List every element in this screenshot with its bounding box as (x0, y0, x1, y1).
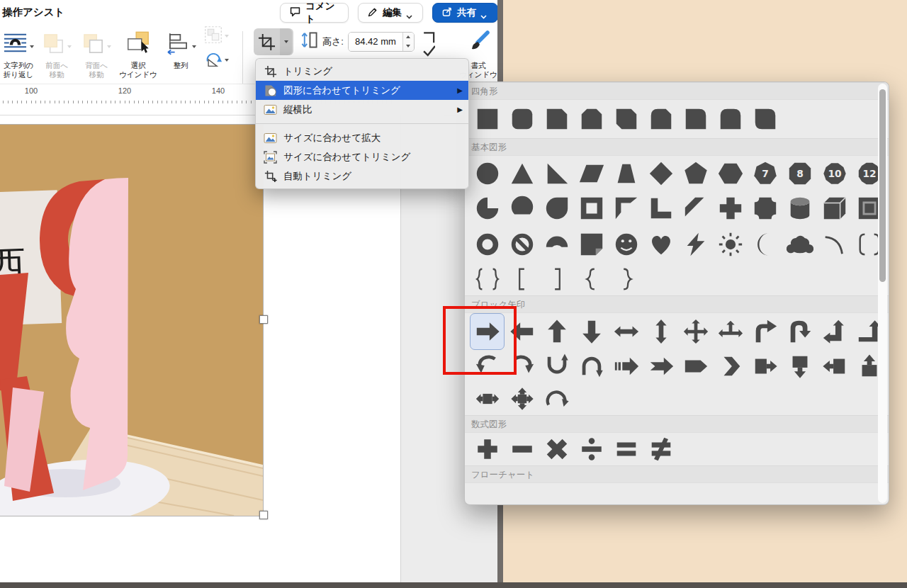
shape-teardrop[interactable] (539, 191, 574, 225)
shape-quad-arrow-callout[interactable] (505, 383, 539, 415)
selection-pane-button[interactable]: 選択 ウインドウ (118, 27, 159, 79)
shape-chevron-arrow[interactable] (713, 350, 748, 383)
shape-curved-down-arrow[interactable] (574, 350, 609, 383)
shape-block-arc[interactable] (539, 225, 574, 263)
scrollbar-thumb[interactable] (879, 89, 886, 282)
shape-snip-single-corner-rectangle[interactable] (539, 100, 574, 138)
shape-down-arrow-callout[interactable] (782, 350, 817, 383)
shape-round-diagonal-corner-rectangle[interactable] (748, 100, 782, 138)
shape-right-brace[interactable] (609, 263, 643, 295)
shape-arc[interactable] (817, 225, 852, 263)
shape-round-same-side-corner-rectangle[interactable] (713, 100, 748, 138)
shape-cross[interactable] (713, 191, 748, 225)
shape-math-not-equal[interactable] (643, 433, 678, 465)
crop-menu-item-1[interactable]: 図形に合わせてトリミング▶ (256, 81, 468, 100)
shape-snip-and-round-single-corner-rectangle[interactable] (643, 100, 678, 138)
shape-oval[interactable] (470, 156, 505, 191)
edit-button[interactable]: 編集 (358, 3, 423, 23)
shape-left-arrow-callout[interactable] (817, 350, 852, 383)
height-stepper[interactable] (402, 33, 414, 51)
resize-handle-right[interactable] (259, 315, 268, 324)
rotate-button[interactable] (204, 51, 238, 69)
shape-math-equal[interactable] (609, 433, 643, 465)
comment-button[interactable]: コメント (280, 3, 349, 23)
shape-math-plus[interactable] (470, 433, 505, 465)
shape-math-multiply[interactable] (539, 433, 574, 465)
crop-menu-item-5[interactable]: サイズに合わせてトリミング (256, 147, 468, 166)
shape-octagon[interactable]: 8 (782, 156, 817, 191)
shape-curved-up-arrow[interactable] (539, 350, 574, 383)
shape-pentagon-arrow[interactable] (678, 350, 713, 383)
align-button[interactable]: 整列 (163, 27, 198, 70)
shape-isosceles-triangle[interactable] (505, 156, 539, 191)
shape-u-turn-arrow[interactable] (782, 313, 817, 350)
shape-lightning-bolt[interactable] (678, 225, 713, 263)
shape-heptagon[interactable]: 7 (748, 156, 782, 191)
shape-parallelogram[interactable] (574, 156, 609, 191)
shape-round-single-corner-rectangle[interactable] (678, 100, 713, 138)
shape-quad-arrow[interactable] (678, 313, 713, 350)
shape-right-arrow-callout[interactable] (748, 350, 782, 383)
shape-pentagon[interactable] (678, 156, 713, 191)
shape-left-brace[interactable] (574, 263, 609, 295)
shape-diagonal-stripe[interactable] (678, 191, 713, 225)
shape-corner[interactable] (643, 191, 678, 225)
share-button[interactable]: 共有 (432, 3, 498, 23)
shape-left-right-arrow-callout[interactable] (470, 383, 505, 415)
shape-frame[interactable] (574, 191, 609, 225)
shape-hexagon[interactable] (713, 156, 748, 191)
chevron-down-icon[interactable] (280, 28, 292, 55)
shape-up-arrow[interactable] (539, 313, 574, 350)
shape-right-triangle[interactable] (539, 156, 574, 191)
shape-double-brace[interactable] (470, 263, 505, 295)
shape-math-divide[interactable] (574, 433, 609, 465)
shape-folded-corner[interactable] (574, 225, 609, 263)
shape-decagon[interactable]: 10 (817, 156, 852, 191)
shape-smiley-face[interactable] (609, 225, 643, 263)
shape-heart[interactable] (643, 225, 678, 263)
shape-cube[interactable] (817, 191, 852, 225)
scrollbar-track[interactable] (878, 84, 887, 503)
crop-menu-item-0[interactable]: トリミング (256, 62, 468, 81)
crop-button[interactable] (254, 28, 293, 55)
shape-no-symbol[interactable] (505, 225, 539, 263)
shape-cloud[interactable] (782, 225, 817, 263)
selected-picture[interactable]: 西 (0, 124, 264, 516)
bring-forward-button[interactable]: 前面へ 移動 (40, 27, 74, 79)
crop-menu-item-2[interactable]: 縦横比▶ (256, 100, 468, 119)
shape-striped-right-arrow[interactable] (609, 350, 643, 383)
shape-sun[interactable] (713, 225, 748, 263)
resize-handle-bottom-right[interactable] (259, 511, 268, 519)
shape-snip-same-side-corner-rectangle[interactable] (574, 100, 609, 138)
height-input[interactable] (349, 33, 402, 51)
shape-math-minus[interactable] (505, 433, 539, 465)
shape-left-bracket[interactable] (505, 263, 539, 295)
shape-down-arrow[interactable] (574, 313, 609, 350)
shape-can[interactable] (782, 191, 817, 225)
shape-moon[interactable] (748, 225, 782, 263)
shape-left-right-up-arrow[interactable] (713, 313, 748, 350)
shape-diamond[interactable] (643, 156, 678, 191)
shape-circular-arrow[interactable] (539, 383, 574, 415)
shape-trapezoid[interactable] (609, 156, 643, 191)
group-button[interactable] (204, 27, 238, 45)
shape-donut[interactable] (470, 225, 505, 263)
send-backward-button[interactable]: 背面へ 移動 (79, 27, 113, 79)
shape-pie[interactable] (470, 191, 505, 225)
shape-right-bracket[interactable] (539, 263, 574, 295)
wrap-text-button[interactable]: 文字列の 折り返し (0, 27, 37, 79)
shape-left-up-arrow[interactable] (817, 313, 852, 350)
shape-bent-arrow[interactable] (748, 313, 782, 350)
shape-rectangle[interactable] (470, 100, 505, 138)
shape-round-rectangle[interactable] (505, 100, 539, 138)
shape-plaque[interactable] (748, 191, 782, 225)
assist-label[interactable]: 操作アシスト (2, 6, 64, 19)
shape-chord[interactable] (505, 191, 539, 225)
shape-half-frame[interactable] (609, 191, 643, 225)
crop-menu-item-4[interactable]: サイズに合わせて拡大 (256, 128, 468, 147)
shape-left-right-arrow[interactable] (609, 313, 643, 350)
shape-up-down-arrow[interactable] (643, 313, 678, 350)
crop-menu-item-6[interactable]: 自動トリミング (256, 166, 468, 186)
shape-notched-right-arrow[interactable] (643, 350, 678, 383)
shape-snip-diagonal-corner-rectangle[interactable] (609, 100, 643, 138)
